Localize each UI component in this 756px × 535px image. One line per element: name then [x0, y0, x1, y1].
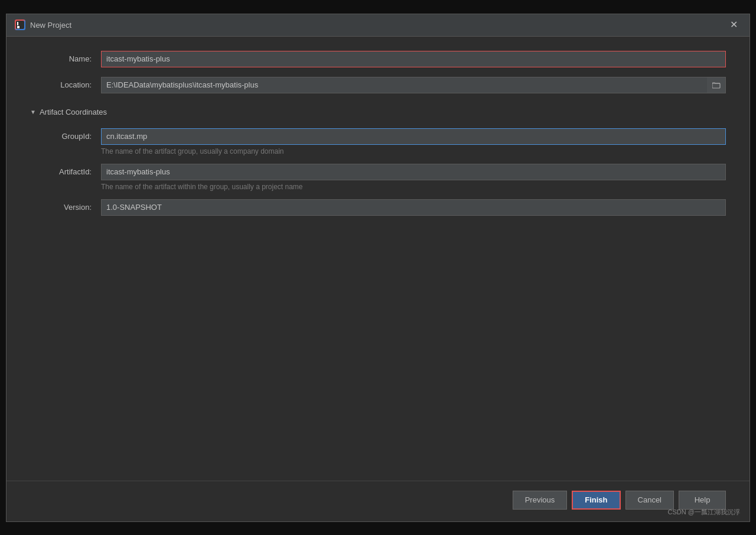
groupid-label: GroupId:	[30, 128, 101, 141]
name-input-wrap	[101, 51, 726, 67]
location-row: Location:	[30, 77, 726, 93]
groupid-hint: The name of the artifact group, usually …	[101, 147, 726, 155]
artifactid-input[interactable]	[101, 164, 726, 180]
artifactid-input-block: The name of the artifact within the grou…	[101, 164, 726, 197]
groupid-input-block: The name of the artifact group, usually …	[101, 128, 726, 161]
artifact-section: GroupId: The name of the artifact group,…	[30, 128, 726, 225]
new-project-dialog: New Project ✕ Name: Location:	[6, 14, 750, 522]
svg-rect-1	[17, 26, 19, 28]
dialog-footer: Previous Finish Cancel Help	[6, 481, 750, 521]
version-row: Version:	[30, 199, 726, 216]
location-input[interactable]	[101, 77, 726, 93]
title-bar: New Project ✕	[6, 14, 750, 37]
groupid-input[interactable]	[101, 128, 726, 145]
location-input-wrap	[101, 77, 726, 93]
dialog-title: New Project	[30, 21, 71, 30]
artifact-section-header: ▼ Artifact Coordinates	[30, 108, 726, 116]
artifact-section-title: Artifact Coordinates	[40, 108, 107, 116]
version-input[interactable]	[101, 199, 726, 216]
previous-button[interactable]: Previous	[513, 491, 568, 510]
artifactid-label: ArtifactId:	[30, 164, 101, 176]
close-button[interactable]: ✕	[726, 19, 741, 31]
name-label: Name:	[30, 54, 101, 63]
finish-button[interactable]: Finish	[572, 491, 620, 510]
svg-rect-3	[712, 83, 720, 88]
artifactid-hint: The name of the artifact within the grou…	[101, 183, 726, 191]
name-input[interactable]	[101, 51, 726, 67]
version-label: Version:	[30, 203, 101, 212]
cancel-button[interactable]: Cancel	[625, 491, 674, 510]
location-label: Location:	[30, 80, 101, 89]
section-toggle-icon[interactable]: ▼	[30, 109, 36, 115]
name-row: Name:	[30, 51, 726, 67]
app-icon	[15, 20, 25, 30]
dialog-body: Name: Location:	[6, 37, 750, 481]
title-bar-left: New Project	[15, 20, 71, 30]
help-button[interactable]: Help	[679, 491, 726, 510]
svg-rect-2	[17, 22, 18, 25]
watermark: CSDN @一瓢江湖我沉浮	[668, 508, 740, 517]
artifactid-row: ArtifactId: The name of the artifact wit…	[30, 164, 726, 197]
groupid-row: GroupId: The name of the artifact group,…	[30, 128, 726, 161]
version-input-wrap	[101, 199, 726, 216]
folder-browse-button[interactable]	[707, 77, 726, 93]
